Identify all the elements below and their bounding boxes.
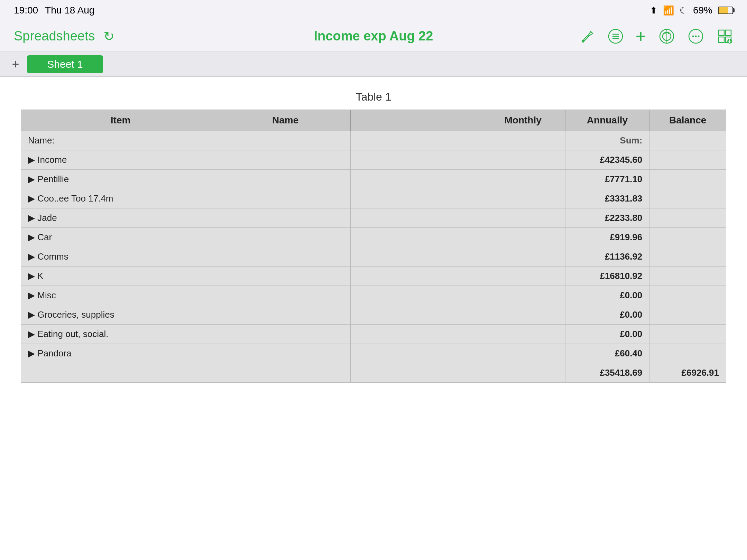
cell-balance bbox=[649, 247, 726, 267]
add-button[interactable]: + bbox=[636, 26, 646, 47]
cell-monthly bbox=[481, 189, 565, 208]
table-row[interactable]: ▶ Income £42345.60 bbox=[21, 150, 726, 170]
cell-empty bbox=[351, 228, 481, 247]
cell-empty bbox=[351, 247, 481, 267]
cell-name bbox=[220, 267, 351, 286]
toolbar-center: Income exp Aug 22 bbox=[314, 29, 433, 44]
table-row[interactable]: ▶ Comms £1136.92 bbox=[21, 247, 726, 267]
toolbar-left: Spreadsheets ↺ bbox=[14, 29, 114, 44]
cell-annually: £35418.69 bbox=[565, 363, 649, 383]
svg-point-9 bbox=[692, 35, 694, 37]
cell-monthly bbox=[481, 131, 565, 150]
cell-item: Name: bbox=[21, 131, 220, 150]
col-header-name: Name bbox=[220, 110, 351, 131]
cell-name bbox=[220, 170, 351, 189]
cell-empty bbox=[351, 305, 481, 325]
cell-annually: £60.40 bbox=[565, 344, 649, 363]
cell-empty bbox=[351, 286, 481, 305]
cell-monthly bbox=[481, 344, 565, 363]
table-row[interactable]: ▶ Jade £2233.80 bbox=[21, 208, 726, 228]
svg-point-10 bbox=[695, 35, 697, 37]
table-row[interactable]: ▶ Car £919.96 bbox=[21, 228, 726, 247]
col-header-monthly: Monthly bbox=[481, 110, 565, 131]
battery-icon bbox=[718, 7, 733, 14]
undo-icon[interactable]: ↺ bbox=[103, 29, 114, 44]
cell-annually: £1136.92 bbox=[565, 247, 649, 267]
cell-item bbox=[21, 363, 220, 383]
col-header-item: Item bbox=[21, 110, 220, 131]
cell-item: ▶ Coo..ee Too 17.4m bbox=[21, 189, 220, 208]
cell-empty bbox=[351, 208, 481, 228]
cell-annually: £919.96 bbox=[565, 228, 649, 247]
spreadsheets-back-button[interactable]: Spreadsheets bbox=[14, 29, 95, 44]
cell-item: ▶ Comms bbox=[21, 247, 220, 267]
cell-item: ▶ K bbox=[21, 267, 220, 286]
table-row[interactable]: ▶ Groceries, supplies £0.00 bbox=[21, 305, 726, 325]
cell-item: ▶ Car bbox=[21, 228, 220, 247]
table-row[interactable]: Name: Sum: bbox=[21, 131, 726, 150]
cell-monthly bbox=[481, 363, 565, 383]
document-title: Income exp Aug 22 bbox=[314, 29, 433, 43]
cell-name bbox=[220, 150, 351, 170]
col-header-empty1 bbox=[351, 110, 481, 131]
toolbar-right: + bbox=[580, 26, 733, 47]
cell-name bbox=[220, 363, 351, 383]
cell-name bbox=[220, 305, 351, 325]
battery-percentage: 69% bbox=[693, 5, 712, 16]
cell-balance bbox=[649, 150, 726, 170]
location-icon: ⬆ bbox=[650, 5, 657, 16]
wifi-icon: 📶 bbox=[663, 5, 674, 16]
cell-empty bbox=[351, 131, 481, 150]
table-row[interactable]: £35418.69 £6926.91 bbox=[21, 363, 726, 383]
sheet-tab-1[interactable]: Sheet 1 bbox=[27, 55, 103, 73]
table-row[interactable]: ▶ K £16810.92 bbox=[21, 267, 726, 286]
add-sheet-button[interactable]: + bbox=[7, 56, 24, 73]
cell-name bbox=[220, 344, 351, 363]
cell-monthly bbox=[481, 325, 565, 344]
cell-annually: £2233.80 bbox=[565, 208, 649, 228]
cell-empty bbox=[351, 344, 481, 363]
share-button[interactable] bbox=[658, 28, 675, 45]
brush-icon[interactable] bbox=[580, 29, 596, 44]
main-content: Table 1 Item Name Monthly Annually Balan… bbox=[0, 77, 747, 560]
ellipsis-icon[interactable] bbox=[688, 28, 704, 45]
cell-item: ▶ Jade bbox=[21, 208, 220, 228]
cell-monthly bbox=[481, 170, 565, 189]
cell-name bbox=[220, 131, 351, 150]
cell-balance bbox=[649, 286, 726, 305]
cell-balance bbox=[649, 170, 726, 189]
cell-empty bbox=[351, 150, 481, 170]
cell-annually: £0.00 bbox=[565, 286, 649, 305]
cell-balance bbox=[649, 228, 726, 247]
cell-name bbox=[220, 286, 351, 305]
toolbar: Spreadsheets ↺ Income exp Aug 22 + bbox=[0, 21, 747, 52]
cell-balance bbox=[649, 131, 726, 150]
svg-rect-12 bbox=[719, 30, 724, 36]
cell-balance bbox=[649, 344, 726, 363]
status-left: 19:00 Thu 18 Aug bbox=[14, 5, 94, 16]
status-date: Thu 18 Aug bbox=[45, 5, 94, 16]
grid-view-icon[interactable] bbox=[717, 28, 733, 45]
cell-monthly bbox=[481, 150, 565, 170]
table-row[interactable]: ▶ Pandora £60.40 bbox=[21, 344, 726, 363]
cell-annually: £0.00 bbox=[565, 325, 649, 344]
do-not-disturb-icon: ☾ bbox=[680, 5, 688, 16]
cell-balance bbox=[649, 189, 726, 208]
cell-balance bbox=[649, 325, 726, 344]
spreadsheet-table: Item Name Monthly Annually Balance Name:… bbox=[21, 110, 726, 383]
cell-monthly bbox=[481, 305, 565, 325]
tabs-bar: + Sheet 1 bbox=[0, 52, 747, 77]
table-row[interactable]: ▶ Eating out, social. £0.00 bbox=[21, 325, 726, 344]
table-row[interactable]: ▶ Coo..ee Too 17.4m £3331.83 bbox=[21, 189, 726, 208]
cell-item: ▶ Income bbox=[21, 150, 220, 170]
table-row[interactable]: ▶ Misc £0.00 bbox=[21, 286, 726, 305]
list-icon[interactable] bbox=[608, 29, 623, 44]
svg-point-0 bbox=[582, 40, 584, 43]
cell-empty bbox=[351, 363, 481, 383]
svg-rect-14 bbox=[719, 37, 724, 43]
table-row[interactable]: ▶ Pentillie £7771.10 bbox=[21, 170, 726, 189]
cell-annually: £3331.83 bbox=[565, 189, 649, 208]
status-time: 19:00 bbox=[14, 5, 38, 16]
cell-name bbox=[220, 228, 351, 247]
cell-balance: £6926.91 bbox=[649, 363, 726, 383]
